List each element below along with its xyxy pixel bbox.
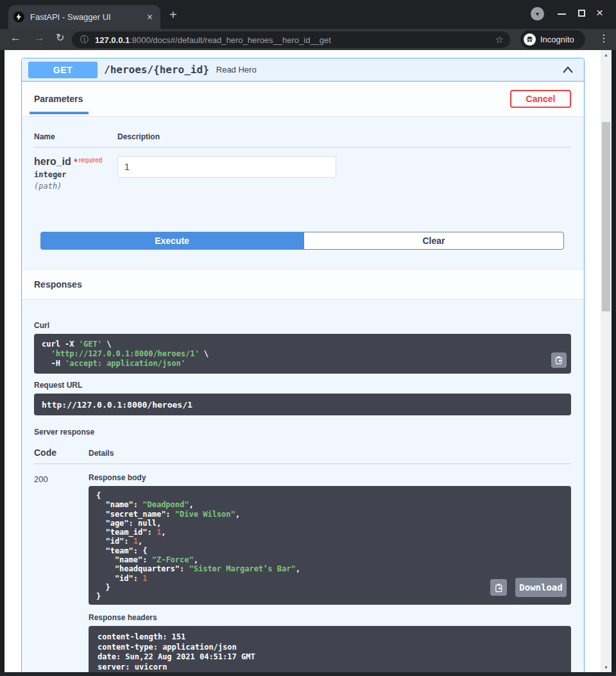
browser-menu-icon[interactable]: ⋮ — [599, 32, 609, 44]
tab-title: FastAPI - Swagger UI — [30, 12, 144, 22]
copy-curl-button[interactable] — [551, 352, 567, 368]
window-bottom-border — [0, 672, 616, 676]
incognito-icon — [524, 33, 536, 46]
swagger-page: GET /heroes/{hero_id} Read Hero Paramete… — [4, 50, 601, 672]
clear-button[interactable]: Clear — [304, 232, 564, 250]
column-name: Name — [34, 132, 117, 141]
param-name: hero_id — [34, 156, 71, 167]
cancel-button[interactable]: Cancel — [510, 90, 571, 108]
execute-button[interactable]: Execute — [40, 232, 304, 250]
back-button[interactable]: ← — [10, 31, 21, 44]
column-code: Code — [34, 447, 89, 458]
table-divider — [34, 147, 571, 148]
copy-response-button[interactable] — [490, 579, 507, 596]
server-response-label: Server response — [34, 428, 571, 437]
responses-section-header: Responses — [22, 269, 584, 300]
curl-code: curl -X 'GET' \ 'http://127.0.0.1:8000/h… — [42, 340, 563, 368]
status-row-200: 200 Response body { "name": "Deadpond", … — [34, 473, 571, 672]
collapse-button[interactable] — [562, 65, 574, 74]
method-badge: GET — [28, 62, 98, 78]
clipboard-icon — [554, 356, 563, 365]
url-text: 127.0.0.1:8000/docs#/default/read_hero_h… — [95, 35, 331, 45]
scrollbar-thumb[interactable] — [602, 122, 610, 311]
param-type: integer — [34, 170, 117, 179]
title-bar: FastAPI - Swagger UI × + ▾ × — [0, 0, 616, 29]
status-details: Response body { "name": "Deadpond", "sec… — [89, 473, 571, 672]
tab-active-underline — [30, 112, 89, 114]
site-info-icon[interactable]: ⓘ — [80, 34, 89, 46]
curl-label: Curl — [34, 321, 571, 330]
curl-command: curl -X 'GET' \ 'http://127.0.0.1:8000/h… — [34, 334, 571, 374]
chevron-up-icon — [562, 65, 574, 74]
url-bar[interactable]: ⓘ 127.0.0.1:8000/docs#/default/read_hero… — [72, 31, 510, 48]
request-url-label: Request URL — [34, 381, 571, 390]
tab-close-icon[interactable]: × — [144, 12, 155, 22]
column-description: Description — [117, 132, 160, 141]
scrollbar-track[interactable]: ▲ ▼ — [601, 50, 612, 672]
endpoint-summary: Read Hero — [216, 65, 257, 74]
response-headers-text: content-length: 151content-type: applica… — [98, 632, 562, 672]
request-url-text: http://127.0.0.1:8000/heroes/1 — [42, 400, 193, 410]
execute-clear-row: Execute Clear — [40, 232, 564, 250]
response-headers: content-length: 151content-type: applica… — [89, 626, 571, 672]
reload-button[interactable]: ↻ — [56, 31, 64, 44]
browser-tab[interactable]: FastAPI - Swagger UI × — [8, 5, 160, 29]
clipboard-icon — [494, 583, 504, 593]
column-details: Details — [89, 449, 114, 458]
required-label: required — [79, 157, 103, 164]
parameters-section-header: Parameters Cancel — [22, 82, 584, 117]
fastapi-logo-icon — [13, 12, 24, 22]
response-body: { "name": "Deadpond", "secret_name": "Di… — [89, 486, 571, 605]
bookmark-star-icon[interactable]: ☆ — [495, 34, 504, 46]
responses-title: Responses — [34, 279, 82, 290]
param-value-cell — [117, 156, 336, 191]
forward-button[interactable]: → — [34, 31, 45, 44]
url-host: 127.0.0.1 — [95, 35, 130, 45]
status-code: 200 — [34, 473, 89, 672]
window-right-border — [612, 50, 616, 672]
scroll-up-button[interactable]: ▲ — [601, 50, 612, 60]
response-divider — [34, 464, 571, 464]
param-meta: hero_id *required integer (path) — [34, 156, 117, 191]
response-body-actions: Download — [490, 578, 567, 597]
download-button[interactable]: Download — [515, 578, 567, 597]
parameters-columns: Name Description — [34, 132, 571, 141]
response-body-label: Response body — [89, 473, 571, 482]
response-headers-label: Response headers — [89, 613, 571, 622]
browser-update-icon[interactable]: ▾ — [531, 7, 544, 21]
responses-content: Curl curl -X 'GET' \ 'http://127.0.0.1:8… — [22, 300, 584, 672]
browser-window: FastAPI - Swagger UI × + ▾ × ← → ↻ ⓘ 127… — [0, 0, 616, 676]
response-columns: Code Details — [34, 447, 571, 458]
maximize-button[interactable] — [578, 10, 585, 17]
minimize-button[interactable] — [558, 13, 566, 15]
caret-down-icon: ▾ — [536, 10, 539, 17]
tab-parameters[interactable]: Parameters — [34, 94, 83, 104]
window-close-button[interactable]: × — [596, 6, 603, 20]
parameters-table: Name Description hero_id *required integ… — [22, 117, 584, 269]
incognito-badge: Incognito — [520, 30, 585, 49]
opblock-get-read-hero: GET /heroes/{hero_id} Read Hero Paramete… — [21, 58, 585, 672]
scroll-down-button[interactable]: ▼ — [601, 663, 612, 672]
param-location: (path) — [34, 182, 117, 191]
new-tab-icon[interactable]: + — [169, 8, 177, 21]
required-asterisk: * — [74, 157, 77, 167]
opblock-header[interactable]: GET /heroes/{hero_id} Read Hero — [22, 58, 584, 82]
hero-id-input[interactable] — [117, 156, 336, 178]
incognito-label: Incognito — [540, 35, 574, 44]
request-url-value: http://127.0.0.1:8000/heroes/1 — [34, 394, 571, 415]
endpoint-path: /heroes/{hero_id} — [104, 64, 209, 76]
url-path: :8000/docs#/default/read_hero_heroes__he… — [130, 35, 331, 45]
param-row-hero-id: hero_id *required integer (path) — [34, 156, 571, 191]
